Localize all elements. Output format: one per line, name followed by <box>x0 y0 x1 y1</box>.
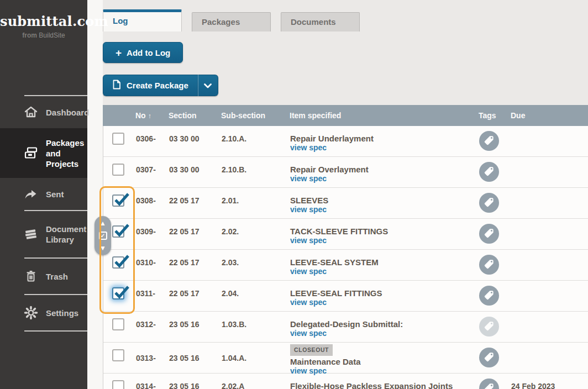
header-tags: Tags <box>476 111 503 120</box>
row-checkbox[interactable] <box>112 287 124 299</box>
tag-button[interactable] <box>479 348 499 367</box>
row-section: 22 05 17 <box>164 250 217 267</box>
content-gutter <box>87 0 103 389</box>
row-checkbox[interactable] <box>112 133 124 145</box>
select-checkbox-icon[interactable]: ✓ <box>99 232 107 240</box>
tag-button[interactable] <box>479 131 499 151</box>
sidebar-nav: DashboardPackages and ProjectsSentDocume… <box>0 95 87 332</box>
tag-button[interactable] <box>479 317 499 337</box>
row-checkbox[interactable] <box>112 380 124 389</box>
table-row: 0309- 22 05 17 2.02. TACK-SLEEVE FITTING… <box>103 219 588 250</box>
row-item-title: Repair Overlayment <box>290 165 477 174</box>
create-package-button[interactable]: Create Package <box>103 75 198 96</box>
row-no: 0312- <box>128 312 164 329</box>
row-section: 22 05 17 <box>164 219 217 236</box>
row-checkbox[interactable] <box>112 318 124 330</box>
row-no: 0308- <box>128 188 164 205</box>
tag-button[interactable] <box>479 379 499 389</box>
tag-icon <box>484 259 494 271</box>
multi-select-handle: ▲ ✓ ▼ <box>95 216 111 255</box>
add-to-log-button[interactable]: + Add to Log <box>103 42 183 63</box>
row-section: 22 05 17 <box>164 188 217 205</box>
row-subsection: 2.04. <box>217 281 286 298</box>
row-due <box>503 343 588 351</box>
tab-bar: LogPackagesDocuments <box>103 9 360 31</box>
add-to-log-label: Add to Log <box>127 48 170 57</box>
sidebar-item-sent[interactable]: Sent <box>0 178 87 210</box>
sidebar-item-settings[interactable]: Settings <box>0 295 87 330</box>
row-section: 22 05 17 <box>164 281 217 298</box>
chevron-down-icon <box>204 81 212 90</box>
row-item-title: Repair Underlayment <box>290 134 477 143</box>
row-checkbox[interactable] <box>112 225 124 238</box>
table-row: 0311- 22 05 17 2.04. LEEVE-SEAL FITTINGS… <box>103 281 588 312</box>
sidebar-item-document-library[interactable]: Document Library <box>0 211 87 257</box>
row-due <box>503 219 588 227</box>
row-subsection: 2.10.A. <box>217 126 286 143</box>
sidebar-item-trash[interactable]: Trash <box>0 259 87 294</box>
row-subsection: 2.10.B. <box>217 157 286 174</box>
row-checkbox[interactable] <box>112 256 124 269</box>
row-no: 0311- <box>128 281 164 298</box>
view-spec-link[interactable]: view spec <box>290 298 327 307</box>
tag-icon <box>484 321 494 333</box>
sidebar: submittal.com from BuildSite DashboardPa… <box>0 0 87 389</box>
tab-documents[interactable]: Documents <box>281 12 360 31</box>
tag-icon <box>484 228 494 240</box>
sidebar-item-label: Trash <box>46 271 68 282</box>
view-spec-link[interactable]: view spec <box>290 205 327 214</box>
view-spec-link[interactable]: view spec <box>290 174 327 183</box>
logo[interactable]: submittal.com from BuildSite <box>0 0 87 95</box>
plus-icon: + <box>116 48 122 58</box>
table-row: 0307- 03 30 00 2.10.B. Repair Overlaymen… <box>103 157 588 188</box>
row-due: 24 Feb 2023 <box>503 374 588 389</box>
row-section: 03 30 00 <box>164 157 217 174</box>
row-checkbox[interactable] <box>112 349 124 361</box>
tag-icon <box>484 166 494 178</box>
sidebar-item-packages-and-projects[interactable]: Packages and Projects <box>0 128 87 178</box>
row-checkbox[interactable] <box>112 164 124 176</box>
tab-packages[interactable]: Packages <box>192 12 271 31</box>
main-content: LogPackagesDocuments + Add to Log Create… <box>87 0 588 389</box>
tab-log[interactable]: Log <box>103 9 182 31</box>
document-icon <box>112 80 121 91</box>
tag-icon <box>484 383 494 389</box>
tag-icon <box>484 135 494 147</box>
select-down-icon[interactable]: ▼ <box>99 245 106 251</box>
tag-button[interactable] <box>479 286 499 306</box>
sent-icon <box>23 188 39 200</box>
select-up-icon[interactable]: ▲ <box>99 220 106 227</box>
tag-icon <box>484 197 494 209</box>
row-due <box>503 126 588 134</box>
packages-icon <box>23 146 39 160</box>
tag-button[interactable] <box>479 162 499 182</box>
tag-button[interactable] <box>479 224 499 244</box>
header-no[interactable]: No↑ <box>128 111 164 120</box>
create-package-dropdown-button[interactable] <box>198 75 218 96</box>
tag-button[interactable] <box>479 255 499 275</box>
row-subsection: 2.02.A <box>217 374 286 389</box>
tag-button[interactable] <box>479 193 499 213</box>
row-no: 0306- <box>128 126 164 143</box>
header-sub-section: Sub-section <box>216 111 285 120</box>
sidebar-item-label: Settings <box>46 308 78 318</box>
sidebar-item-label: Document Library <box>46 224 87 245</box>
view-spec-link[interactable]: view spec <box>290 143 327 153</box>
view-spec-link[interactable]: view spec <box>290 267 327 276</box>
logo-wordmark: submittal.com <box>0 13 87 29</box>
home-icon <box>23 106 39 119</box>
settings-icon <box>23 306 39 320</box>
row-due <box>503 157 588 165</box>
table-row: 0312- 23 05 16 1.03.B. Delegated-Design … <box>103 312 588 343</box>
row-checkbox[interactable] <box>112 195 124 207</box>
row-section: 03 30 00 <box>164 126 217 143</box>
header-due: Due <box>503 111 588 120</box>
view-spec-link[interactable]: view spec <box>290 236 327 245</box>
logo-tagline: from BuildSite <box>0 31 87 39</box>
view-spec-link[interactable]: view spec <box>290 329 327 338</box>
row-item-title: TACK-SLEEVE FITTINGS <box>290 227 477 236</box>
trash-icon <box>23 270 39 283</box>
table-header-row: No↑ Section Sub-section Item specified T… <box>103 105 588 126</box>
sidebar-item-dashboard[interactable]: Dashboard <box>0 96 87 128</box>
table-row: 0306- 03 30 00 2.10.A. Repair Underlayme… <box>103 126 588 157</box>
